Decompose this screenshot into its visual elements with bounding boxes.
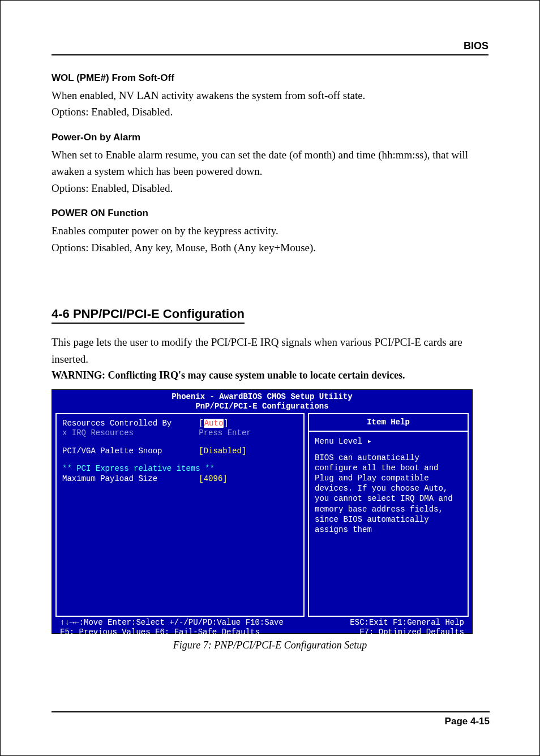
row-value: [4096] [199,474,227,484]
section-wol: WOL (PME#) From Soft-Off When enabled, N… [52,72,488,121]
row-label: Maximum Payload Size [62,474,199,484]
bios-row-irq: x IRQ Resources Press Enter [62,428,298,439]
body-text: Options: Enabled, Disabled. [52,104,488,120]
footer-right: F7: Optimized Defaults [359,628,464,638]
section-poweron-function: POWER ON Function Enables computer power… [52,208,488,256]
row-label: PCI/VGA Palette Snoop [62,446,199,457]
help-body-text: BIOS can automatically configure all the… [315,453,462,535]
bios-row-palette: PCI/VGA Palette Snoop [Disabled] [62,446,298,457]
bios-footer: ↑↓→←:Move Enter:Select +/-/PU/PD:Value F… [52,617,472,641]
row-label: ** PCI Express relative items ** [62,464,215,474]
bios-row-resources: Resources Controlled By [Auto] [62,419,298,429]
bios-row-payload: Maximum Payload Size [4096] [62,474,298,484]
spacer [315,447,462,453]
page: BIOS WOL (PME#) From Soft-Off When enabl… [0,0,540,756]
warning-text: WARNING: Conflicting IRQ's may cause sys… [52,370,488,381]
body-text: Enables computer power on by the keypres… [52,222,488,239]
bios-left-panel: Resources Controlled By [Auto] x IRQ Res… [55,413,305,617]
body-text: Options: Enabled, Disabled. [52,180,488,196]
page-header: BIOS [52,40,488,55]
bios-title: Phoenix - AwardBIOS CMOS Setup Utility P… [52,390,472,413]
footer-left: ↑↓→←:Move Enter:Select +/-/PU/PD:Value F… [60,618,284,628]
item-help-header: Item Help [309,414,468,432]
row-label: x IRQ Resources [62,428,199,439]
bios-title-line2: PnP/PCI/PCI-E Configurations [52,402,472,412]
chapter-intro: This page lets the user to modify the PC… [52,334,488,367]
row-value: [Auto] [199,419,228,429]
row-value: Press Enter [199,428,251,439]
bios-footer-row1: ↑↓→←:Move Enter:Select +/-/PU/PD:Value F… [60,618,464,628]
body-text: Options: Disabled, Any key, Mouse, Both … [52,239,488,256]
footer-left: F5: Previous Values F6: Fail-Safe Defaul… [60,628,260,638]
row-label: Resources Controlled By [62,419,199,429]
spacer [62,456,298,464]
footer-right: ESC:Exit F1:General Help [350,618,464,628]
body-text: When enabled, NV LAN activity awakens th… [52,87,488,104]
bios-title-line1: Phoenix - AwardBIOS CMOS Setup Utility [52,392,472,402]
section-title: Power-On by Alarm [52,132,488,143]
page-number: Page 4-15 [52,711,490,727]
bios-body: Resources Controlled By [Auto] x IRQ Res… [52,413,472,617]
spacer [62,439,298,446]
section-poweron-alarm: Power-On by Alarm When set to Enable ala… [52,132,488,196]
section-title: WOL (PME#) From Soft-Off [52,72,488,84]
section-title: POWER ON Function [52,208,488,219]
bios-row-pcie-header: ** PCI Express relative items ** [62,464,298,474]
chapter-heading: 4-6 PNP/PCI/PCI-E Configuration [52,307,245,324]
figure-caption: Figure 7: PNP/PCI/PCI-E Configuration Se… [52,639,488,651]
bios-footer-row2: F5: Previous Values F6: Fail-Safe Defaul… [60,628,464,638]
body-text: When set to Enable alarm resume, you can… [52,147,488,180]
menu-level: Menu Level ▸ [315,436,462,446]
bios-right-panel: Item Help Menu Level ▸ BIOS can automati… [308,413,469,617]
bios-screenshot: Phoenix - AwardBIOS CMOS Setup Utility P… [52,389,473,634]
row-value: [Disabled] [199,446,246,457]
